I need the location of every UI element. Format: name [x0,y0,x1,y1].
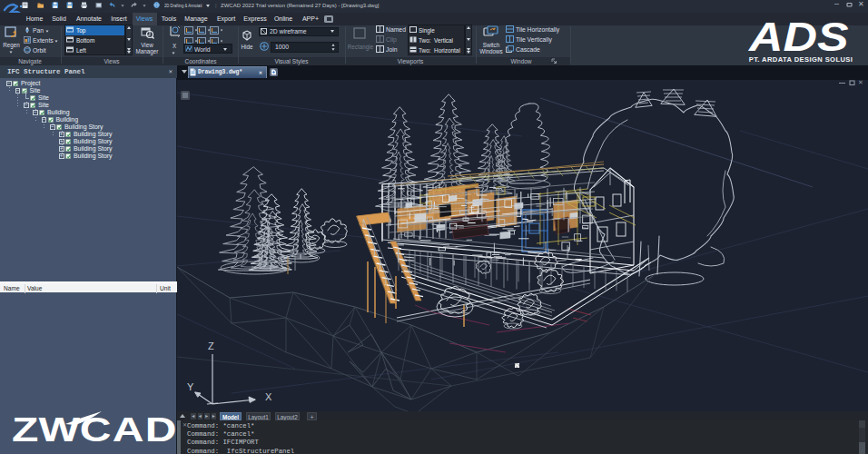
svg-text:Y: Y [187,381,194,392]
svg-text:X: X [265,391,272,402]
svg-text:Z: Z [208,340,214,351]
